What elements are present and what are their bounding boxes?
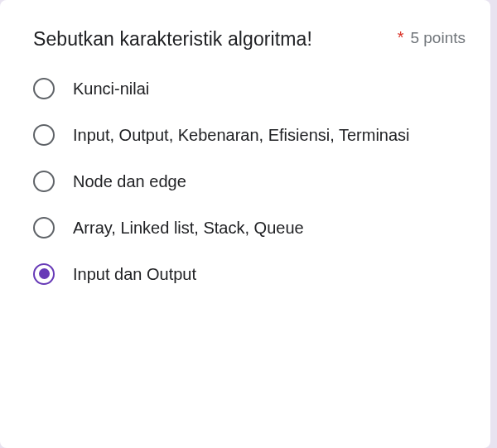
option-label: Input, Output, Kebenaran, Efisiensi, Ter… — [73, 123, 410, 147]
option-row[interactable]: Input, Output, Kebenaran, Efisiensi, Ter… — [33, 123, 466, 147]
option-row[interactable]: Input dan Output — [33, 263, 466, 286]
question-text: Sebutkan karakteristik algoritma! — [33, 25, 398, 54]
radio-icon — [33, 78, 55, 99]
radio-icon — [33, 217, 55, 238]
required-indicator: * — [398, 28, 404, 47]
option-label: Input dan Output — [73, 263, 196, 286]
option-label: Node dan edge — [73, 170, 186, 193]
radio-icon — [33, 171, 55, 192]
option-label: Kunci-nilai — [73, 77, 149, 100]
option-row[interactable]: Node dan edge — [33, 170, 466, 193]
question-header: Sebutkan karakteristik algoritma! * 5 po… — [33, 25, 466, 54]
radio-icon — [33, 263, 55, 285]
question-card: Sebutkan karakteristik algoritma! * 5 po… — [0, 0, 490, 448]
points-label: 5 points — [410, 29, 466, 47]
option-label: Array, Linked list, Stack, Queue — [73, 216, 304, 239]
radio-icon — [33, 124, 55, 146]
options-list: Kunci-nilai Input, Output, Kebenaran, Ef… — [33, 77, 466, 286]
option-row[interactable]: Kunci-nilai — [33, 77, 466, 100]
option-row[interactable]: Array, Linked list, Stack, Queue — [33, 216, 466, 239]
points-wrap: * 5 points — [398, 25, 466, 47]
